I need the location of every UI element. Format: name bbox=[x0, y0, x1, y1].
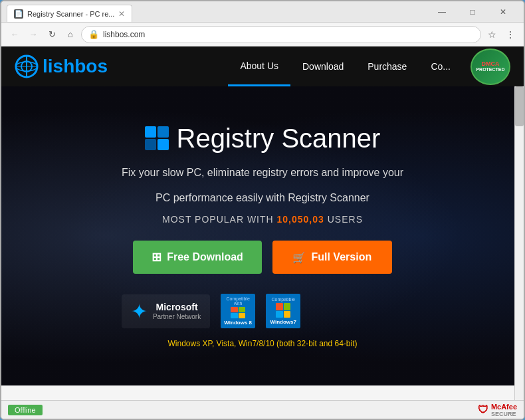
win8-badge: Compatible with Windows 8 bbox=[221, 294, 255, 328]
close-button[interactable]: ✕ bbox=[488, 1, 518, 23]
secure-icon: 🔒 bbox=[88, 29, 99, 39]
win7-logo bbox=[276, 303, 290, 318]
cart-icon: 🛒 bbox=[292, 251, 306, 264]
browser-frame: 📄 Registry Scanner - PC re... ✕ — □ ✕ ← … bbox=[0, 0, 525, 420]
minimize-button[interactable]: — bbox=[427, 1, 457, 23]
mcafee-text: McAfee SECURE bbox=[491, 403, 517, 417]
dmca-protected: PROTECTED bbox=[476, 67, 504, 72]
popular-text: Most Popular With 10,050,03 Users bbox=[122, 214, 403, 225]
partner-area: ✦ Microsoft Partner Network Compatible w… bbox=[122, 294, 403, 328]
star-button[interactable]: ☆ bbox=[484, 27, 500, 43]
full-version-button[interactable]: 🛒 Full Version bbox=[272, 241, 392, 274]
maximize-button[interactable]: □ bbox=[457, 1, 488, 23]
hero-title: Registry Scanner bbox=[122, 124, 403, 154]
win8-compat-label: Compatible with bbox=[223, 296, 253, 306]
logo-icon bbox=[15, 54, 39, 78]
site-logo[interactable]: lishbos bbox=[15, 54, 108, 78]
free-download-label: Free Download bbox=[167, 251, 243, 263]
partner-sub: Partner Network bbox=[153, 313, 201, 320]
browser-titlebar: 📄 Registry Scanner - PC re... ✕ — □ ✕ bbox=[1, 1, 524, 23]
forward-button[interactable]: → bbox=[25, 27, 41, 43]
status-bar: Offline 🛡 McAfee SECURE bbox=[1, 400, 524, 419]
ms-star-icon: ✦ bbox=[131, 300, 148, 323]
browser-actions: ☆ ⋮ bbox=[484, 27, 518, 43]
windows-icon: ⊞ bbox=[152, 250, 161, 264]
mcafee-label: McAfee bbox=[491, 403, 517, 411]
back-button[interactable]: ← bbox=[7, 27, 23, 43]
hero-title-text: Registry Scanner bbox=[177, 124, 381, 154]
address-bar[interactable]: 🔒 lishbos.com bbox=[81, 26, 481, 43]
partner-name: Microsoft bbox=[153, 302, 201, 313]
win7-badge: Compatible Windows7 bbox=[266, 294, 300, 328]
logo-text: lishbos bbox=[43, 56, 108, 77]
refresh-button[interactable]: ↻ bbox=[44, 27, 60, 43]
hero-subtitle-2: PC performance easily with Registry Scan… bbox=[122, 189, 403, 207]
win7-compat-label: Compatible bbox=[271, 297, 294, 302]
site-navbar: lishbos About Us Download Purchase Co...… bbox=[1, 47, 524, 86]
browser-controls: ← → ↻ ⌂ 🔒 lishbos.com ☆ ⋮ bbox=[1, 23, 524, 47]
full-version-label: Full Version bbox=[311, 251, 371, 263]
popular-count: 10,050,03 bbox=[277, 214, 324, 225]
window-controls: — □ ✕ bbox=[427, 1, 518, 23]
popular-label: Most Popular With bbox=[162, 214, 274, 225]
tab-close-button[interactable]: ✕ bbox=[118, 9, 125, 19]
win8-version: Windows 8 bbox=[224, 320, 252, 326]
hero-subtitle-1: Fix your slow PC, eliminate registry err… bbox=[122, 164, 403, 181]
win7-version: Windows7 bbox=[270, 319, 296, 325]
free-download-button[interactable]: ⊞ Free Download bbox=[133, 241, 262, 274]
url-text: lishbos.com bbox=[103, 30, 474, 39]
title-icon bbox=[145, 126, 169, 150]
dmca-label: DMCA bbox=[482, 61, 500, 67]
microsoft-partner: ✦ Microsoft Partner Network bbox=[122, 294, 210, 328]
website-content: lishbos About Us Download Purchase Co...… bbox=[1, 47, 524, 419]
nav-contact[interactable]: Co... bbox=[419, 47, 463, 86]
nav-links: About Us Download Purchase Co... bbox=[228, 47, 463, 86]
offline-status: Offline bbox=[8, 405, 43, 415]
popular-suffix: Users bbox=[328, 214, 363, 225]
mcafee-sub: SECURE bbox=[491, 411, 517, 417]
hero-content: Registry Scanner Fix your slow PC, elimi… bbox=[122, 124, 403, 348]
system-requirements: Windows XP, Vista, Win7/8/10 (both 32-bi… bbox=[122, 339, 403, 348]
browser-tab[interactable]: 📄 Registry Scanner - PC re... ✕ bbox=[7, 5, 132, 22]
nav-purchase[interactable]: Purchase bbox=[356, 47, 419, 86]
nav-about[interactable]: About Us bbox=[228, 47, 290, 86]
home-button[interactable]: ⌂ bbox=[62, 27, 78, 43]
tab-title: Registry Scanner - PC re... bbox=[27, 10, 114, 18]
tab-favicon: 📄 bbox=[14, 9, 23, 19]
ms-text-area: Microsoft Partner Network bbox=[153, 302, 201, 320]
mcafee-shield-icon: 🛡 bbox=[478, 404, 488, 416]
mcafee-badge: 🛡 McAfee SECURE bbox=[478, 403, 517, 417]
nav-download[interactable]: Download bbox=[290, 47, 356, 86]
hero-section: Registry Scanner Fix your slow PC, elimi… bbox=[1, 86, 524, 385]
scrollbar-track[interactable] bbox=[514, 86, 524, 400]
win8-logo bbox=[231, 307, 245, 318]
tab-area: 📄 Registry Scanner - PC re... ✕ bbox=[7, 1, 132, 22]
cta-buttons: ⊞ Free Download 🛒 Full Version bbox=[122, 241, 403, 274]
scrollbar-thumb[interactable] bbox=[515, 86, 524, 126]
dmca-badge: DMCA PROTECTED bbox=[471, 49, 510, 85]
menu-button[interactable]: ⋮ bbox=[502, 27, 518, 43]
